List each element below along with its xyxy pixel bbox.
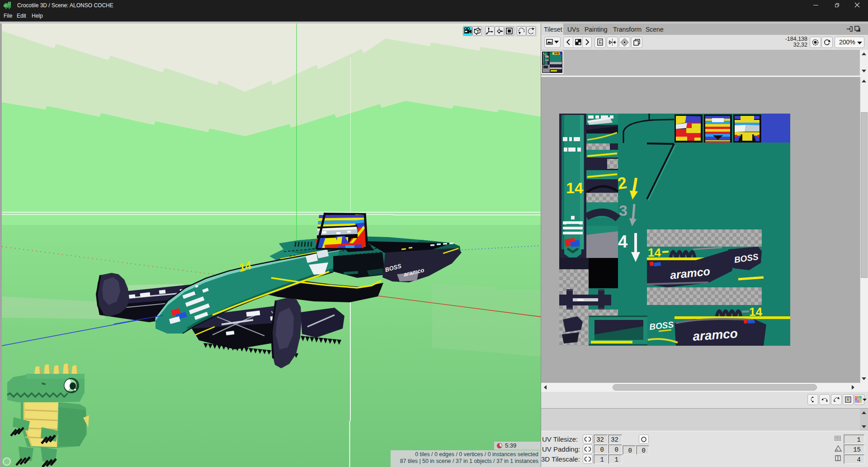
svg-text:4: 4 xyxy=(618,232,627,251)
svg-text:14: 14 xyxy=(566,179,583,196)
svg-text:E: E xyxy=(599,39,602,45)
svg-text:R: R xyxy=(847,397,850,402)
svg-text:3: 3 xyxy=(619,202,627,219)
svg-text:14: 14 xyxy=(648,246,661,259)
